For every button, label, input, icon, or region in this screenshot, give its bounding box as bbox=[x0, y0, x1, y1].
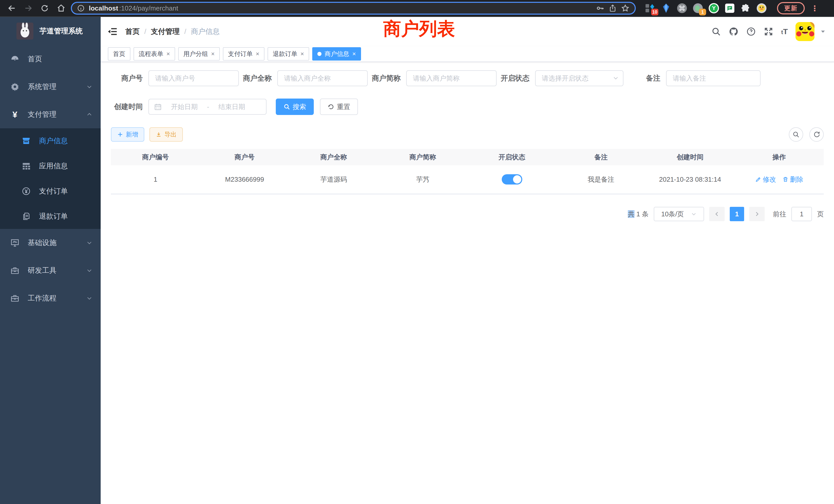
calendar-icon bbox=[154, 103, 162, 111]
sidebar-item-dev-tools[interactable]: 研发工具 bbox=[0, 257, 101, 284]
grid-icon bbox=[22, 161, 31, 171]
status-select[interactable] bbox=[535, 70, 623, 86]
briefcase-icon bbox=[10, 294, 20, 303]
yen-icon: ¥ bbox=[10, 110, 20, 119]
filter-row-1: 商户号 商户全称 商户简称 开启状态 bbox=[111, 70, 824, 86]
fullscreen-icon[interactable] bbox=[764, 27, 773, 37]
extension-emoji-icon[interactable] bbox=[756, 3, 767, 13]
chevron-down-icon bbox=[86, 295, 92, 301]
tab-home[interactable]: 首页 bbox=[108, 47, 130, 61]
sidebar-item-pay[interactable]: ¥ 支付管理 bbox=[0, 100, 101, 128]
end-date-input[interactable] bbox=[212, 103, 251, 111]
url-host: localhost bbox=[89, 4, 118, 12]
page-size-select[interactable]: 10条/页 bbox=[654, 207, 704, 221]
github-icon[interactable] bbox=[729, 27, 739, 37]
breadcrumb-separator: / bbox=[144, 27, 146, 36]
extension-blue-diamond-icon[interactable]: 10 bbox=[645, 3, 655, 13]
chrome-update-button[interactable]: 更新 bbox=[777, 2, 805, 14]
back-icon[interactable] bbox=[5, 2, 19, 15]
chevron-down-icon bbox=[86, 240, 92, 246]
table-toolbar: 新增 导出 bbox=[111, 127, 824, 142]
font-size-icon[interactable]: tT bbox=[781, 27, 788, 36]
sidebar-item-refund-orders[interactable]: 退款订单 bbox=[0, 204, 101, 229]
full-name-input[interactable] bbox=[277, 70, 368, 86]
browser-window: localhost:1024/pay/merchant 10 bbox=[0, 0, 834, 504]
sidebar-item-merchant-info[interactable]: 商户信息 bbox=[0, 128, 101, 154]
chevron-down-icon bbox=[86, 268, 92, 274]
search-icon[interactable] bbox=[711, 27, 721, 37]
bookmark-star-icon[interactable] bbox=[621, 4, 630, 13]
forward-icon[interactable] bbox=[22, 2, 35, 15]
pagination: 共 1 条 10条/页 1 前往 bbox=[111, 207, 824, 221]
tab-refund-orders[interactable]: 退款订单× bbox=[267, 47, 309, 61]
extensions-puzzle-icon[interactable] bbox=[741, 3, 751, 13]
col-header: 开启状态 bbox=[467, 149, 556, 165]
add-button[interactable]: 新增 bbox=[111, 127, 144, 142]
sidebar-item-app-info[interactable]: 应用信息 bbox=[0, 154, 101, 179]
app-logo-row[interactable]: 芋道管理系统 bbox=[0, 17, 101, 45]
annotation-title: 商户列表 bbox=[383, 18, 455, 40]
yen-circle-icon bbox=[22, 187, 31, 196]
merchant-no-input[interactable] bbox=[148, 70, 239, 86]
extension-gem-icon[interactable] bbox=[661, 3, 671, 13]
reload-icon[interactable] bbox=[38, 2, 51, 15]
sidebar-item-pay-orders[interactable]: 支付订单 bbox=[0, 179, 101, 204]
active-tab-dot bbox=[317, 52, 322, 56]
caret-down-icon[interactable] bbox=[820, 29, 826, 35]
goto-page-input[interactable] bbox=[791, 207, 812, 221]
refresh-button[interactable] bbox=[809, 127, 824, 142]
tab-process-form[interactable]: 流程表单× bbox=[133, 47, 175, 61]
sidebar-submenu-pay: 商户信息 应用信息 支付订单 bbox=[0, 128, 101, 229]
status-toggle[interactable] bbox=[502, 174, 522, 184]
cell-remark: 我是备注 bbox=[556, 165, 645, 194]
reset-button[interactable]: 重置 bbox=[320, 98, 358, 115]
search-button[interactable]: 搜索 bbox=[276, 98, 314, 115]
close-icon[interactable]: × bbox=[352, 51, 356, 57]
tab-pay-orders[interactable]: 支付订单× bbox=[223, 47, 264, 61]
close-icon[interactable]: × bbox=[167, 51, 170, 57]
site-info-icon[interactable] bbox=[77, 4, 85, 12]
tab-user-group[interactable]: 用户分组× bbox=[178, 47, 220, 61]
extension-command-icon[interactable] bbox=[677, 3, 687, 13]
toggle-search-button[interactable] bbox=[789, 127, 803, 142]
prev-page-button[interactable] bbox=[709, 207, 725, 221]
document-icon bbox=[22, 212, 31, 221]
chrome-menu-icon[interactable]: ⋮ bbox=[811, 4, 819, 13]
extension-chat-icon[interactable] bbox=[725, 3, 735, 13]
edit-link[interactable]: 修改 bbox=[755, 175, 776, 184]
close-icon[interactable]: × bbox=[301, 51, 304, 57]
export-button[interactable]: 导出 bbox=[150, 127, 183, 142]
address-bar[interactable]: localhost:1024/pay/merchant bbox=[71, 2, 636, 15]
col-header: 商户编号 bbox=[111, 149, 200, 165]
start-date-input[interactable] bbox=[165, 103, 204, 111]
delete-link[interactable]: 删除 bbox=[783, 175, 804, 184]
table-row: 1 M233666999 芋道源码 芋艿 我是备注 2021-10-23 08:… bbox=[111, 165, 824, 194]
sidebar-item-home[interactable]: 首页 bbox=[0, 45, 101, 73]
sidebar-item-workflow[interactable]: 工作流程 bbox=[0, 284, 101, 312]
breadcrumb-home[interactable]: 首页 bbox=[125, 27, 140, 37]
close-icon[interactable]: × bbox=[211, 51, 215, 57]
extension-profile-icon[interactable]: 1 bbox=[693, 3, 703, 13]
cell-merchant-no: M233666999 bbox=[200, 165, 289, 194]
breadcrumb: 首页 / 支付管理 / 商户信息 bbox=[125, 27, 220, 37]
share-icon[interactable] bbox=[609, 4, 617, 12]
sidebar-item-infra[interactable]: 基础设施 bbox=[0, 229, 101, 257]
close-icon[interactable]: × bbox=[256, 51, 259, 57]
date-range-picker[interactable]: - bbox=[148, 99, 266, 115]
page-number-button[interactable]: 1 bbox=[730, 207, 744, 221]
help-icon[interactable] bbox=[746, 27, 756, 37]
home-icon[interactable] bbox=[54, 2, 68, 15]
short-name-input[interactable] bbox=[406, 70, 497, 86]
password-key-icon[interactable] bbox=[596, 4, 605, 13]
remark-input[interactable] bbox=[666, 70, 761, 86]
avatar[interactable] bbox=[795, 22, 814, 41]
app-logo bbox=[17, 23, 34, 40]
page-unit-label: 页 bbox=[817, 210, 824, 219]
breadcrumb-pay[interactable]: 支付管理 bbox=[151, 27, 180, 37]
sidebar-item-system[interactable]: 系统管理 bbox=[0, 73, 101, 100]
extension-y-icon[interactable]: Y bbox=[709, 3, 719, 13]
filter-label: 开启状态 bbox=[501, 73, 529, 83]
next-page-button[interactable] bbox=[749, 207, 765, 221]
tab-merchant-info[interactable]: 商户信息× bbox=[312, 47, 361, 61]
sidebar-fold-icon[interactable] bbox=[107, 26, 118, 37]
